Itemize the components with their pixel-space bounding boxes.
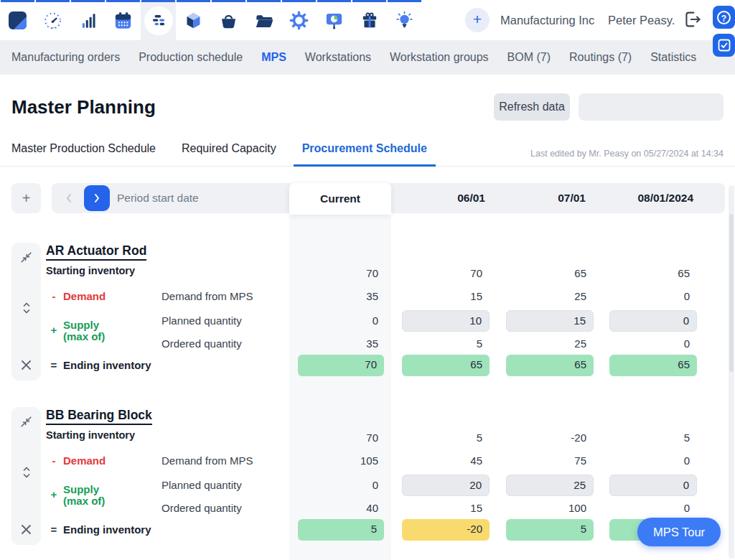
starting-inventory-label: Starting inventory	[46, 265, 135, 276]
reorder-icon[interactable]	[17, 299, 35, 317]
demand-label: Demand	[63, 450, 106, 472]
starting-value: 70	[289, 263, 378, 284]
period-start-date-label: Period start date	[117, 183, 199, 213]
nav-manufacturing-orders[interactable]: Manufacturing orders	[11, 51, 120, 64]
ordered-quantity-label: Ordered quantity	[161, 333, 242, 355]
nav-bom[interactable]: BOM (7)	[507, 51, 551, 64]
settings-icon[interactable]	[281, 0, 317, 40]
ending-value-cell: 5	[506, 519, 594, 541]
demand-label: Demand	[63, 286, 106, 307]
product-name-link[interactable]: BB Bearing Block	[46, 408, 152, 425]
nav-workstation-groups[interactable]: Workstation groups	[390, 51, 489, 64]
check-icon	[718, 39, 731, 52]
planned-input[interactable]: 0	[609, 475, 697, 496]
starting-value: -20	[506, 427, 586, 449]
ending-value-cell: 5	[298, 519, 384, 541]
mps-icon[interactable]	[141, 0, 176, 40]
help-button[interactable]: ?	[713, 6, 735, 29]
planned-input[interactable]: 10	[402, 310, 490, 332]
starting-value: 5	[402, 427, 482, 449]
tab-required-capacity[interactable]: Required Capacity	[173, 140, 285, 167]
ending-sign: =	[49, 519, 59, 541]
user-name[interactable]: Peter Peasy.	[608, 0, 675, 40]
calendar-icon[interactable]	[106, 0, 141, 40]
supply-maxof-label: (max of)	[63, 495, 105, 507]
planned-input[interactable]: 25	[506, 475, 594, 496]
next-period-button[interactable]	[84, 185, 110, 211]
supply-label: Supply	[63, 484, 99, 495]
planned-input[interactable]: 0	[609, 310, 697, 332]
row-actions-panel	[11, 243, 41, 381]
procurement-icon[interactable]	[211, 0, 246, 40]
vertical-scrollbar[interactable]	[729, 185, 734, 559]
column-header-current: Current	[289, 183, 391, 215]
app-window: + Manufacturing Inc Peter Peasy. ? Manuf…	[0, 0, 735, 560]
product-name-link[interactable]: AR Actuator Rod	[46, 243, 146, 261]
module-nav: Manufacturing orders Production schedule…	[0, 40, 735, 75]
documents-icon[interactable]	[246, 0, 281, 40]
remove-icon[interactable]	[17, 356, 35, 374]
ordered-value: 35	[289, 333, 378, 355]
ordered-value: 100	[506, 498, 586, 519]
collapse-icon[interactable]	[17, 248, 35, 266]
ordered-quantity-label: Ordered quantity	[161, 498, 242, 519]
tab-master-production-schedule[interactable]: Master Production Schedule	[3, 140, 164, 167]
reorder-icon[interactable]	[17, 463, 35, 481]
app-logo-icon[interactable]	[0, 0, 35, 40]
starting-value: 5	[609, 427, 690, 449]
add-quick-button[interactable]: +	[465, 8, 490, 32]
planned-quantity-label: Planned quantity	[161, 310, 242, 332]
supply-label: Supply	[63, 319, 99, 331]
ordered-value: 5	[402, 333, 482, 355]
search-input[interactable]	[593, 101, 735, 114]
nav-production-schedule[interactable]: Production schedule	[139, 51, 243, 64]
remove-icon[interactable]	[17, 521, 35, 538]
supply-maxof-label: (max of)	[63, 331, 105, 342]
logout-icon[interactable]	[682, 9, 702, 32]
ideas-icon[interactable]	[387, 0, 422, 40]
dashboard-icon[interactable]	[35, 0, 70, 40]
demand-value: 35	[289, 286, 378, 307]
planned-quantity-label: Planned quantity	[161, 475, 242, 496]
top-toolbar: + Manufacturing Inc Peter Peasy.	[0, 0, 735, 40]
collapse-icon[interactable]	[17, 413, 35, 431]
tasks-button[interactable]	[713, 34, 735, 57]
column-header-3: 08/01/2024	[609, 183, 693, 213]
column-header-2: 07/01	[506, 183, 586, 213]
stock-icon[interactable]	[176, 0, 211, 40]
company-name[interactable]: Manufacturing Inc	[500, 0, 594, 40]
ending-value-cell: 65	[402, 355, 490, 376]
starting-value: 65	[506, 263, 586, 284]
nav-workstations[interactable]: Workstations	[305, 51, 371, 64]
planned-input[interactable]: 15	[506, 310, 594, 332]
demand-value: 75	[506, 450, 586, 472]
demand-value: 25	[506, 286, 586, 307]
nav-mps[interactable]: MPS	[261, 51, 286, 64]
ending-inventory-label: Ending inventory	[63, 519, 151, 541]
refresh-data-button[interactable]: Refresh data	[494, 93, 570, 121]
nav-statistics[interactable]: Statistics	[650, 51, 696, 64]
last-edited-note: Last edited by Mr. Peasy on 05/27/2024 a…	[530, 149, 724, 159]
ending-value-cell: 65	[506, 355, 594, 376]
gift-icon[interactable]	[352, 0, 387, 40]
scrollbar-thumb[interactable]	[729, 214, 734, 372]
mps-tour-button[interactable]: MPS Tour	[637, 518, 721, 546]
nav-routings[interactable]: Routings (7)	[569, 51, 632, 64]
add-item-button[interactable]: +	[11, 183, 41, 213]
search-box[interactable]	[579, 93, 724, 121]
row-actions-panel	[11, 407, 41, 545]
demand-from-mps-label: Demand from MPS	[161, 450, 253, 472]
supply-sign: +	[49, 484, 59, 505]
demand-sign: -	[49, 450, 59, 472]
column-header-1: 06/01	[402, 183, 485, 213]
ordered-value: 40	[289, 498, 378, 519]
reports-icon[interactable]	[317, 0, 352, 40]
tab-procurement-schedule[interactable]: Procurement Schedule	[294, 140, 436, 167]
planned-value: 0	[289, 475, 378, 496]
planned-input[interactable]: 20	[402, 475, 490, 496]
previous-period-button[interactable]	[60, 189, 78, 207]
statistics-icon[interactable]	[70, 0, 106, 40]
demand-value: 105	[289, 450, 378, 472]
question-icon: ?	[717, 11, 731, 24]
demand-value: 0	[609, 450, 690, 472]
